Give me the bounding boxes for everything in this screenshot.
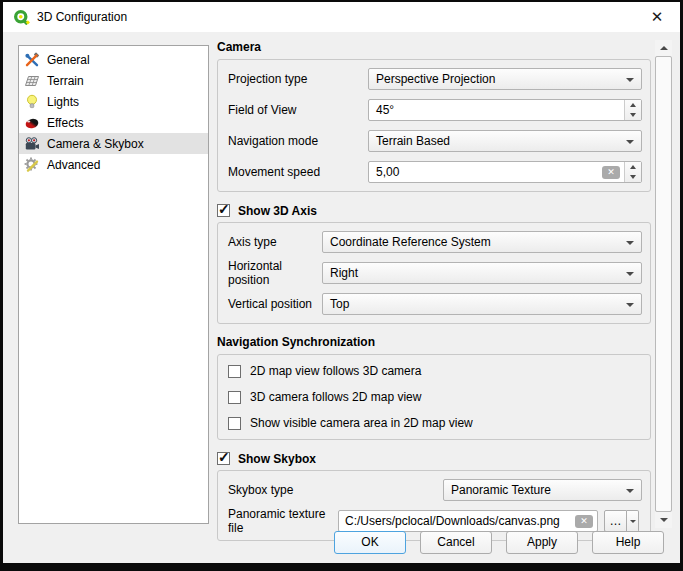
ok-button[interactable]: OK [334,531,406,554]
chevron-down-icon [626,303,634,307]
horizontal-position-label: Horizontal position [228,259,322,287]
vertical-position-label: Vertical position [228,297,322,311]
show-camera-area-checkbox[interactable] [228,417,241,430]
chevron-down-icon [630,520,636,523]
sidebar-item-label: General [47,53,90,67]
sidebar-item-label: Effects [47,116,83,130]
clear-field-icon[interactable] [575,515,593,528]
sidebar-item-general[interactable]: General [19,49,208,70]
axis-type-dropdown[interactable]: Coordinate Reference System [322,231,642,253]
crossed-tools-icon [23,52,41,68]
field-of-view-spinbox[interactable]: 45° [368,99,642,121]
navigation-mode-dropdown[interactable]: Terrain Based [368,130,642,152]
3d-follows-2d-label: 3D camera follows 2D map view [250,390,421,404]
chevron-down-icon [626,241,634,245]
2d-follows-3d-row: 2D map view follows 3D camera [228,363,642,379]
sidebar-item-advanced[interactable]: Advanced [19,154,208,175]
file-browse-control: … [604,510,639,532]
sidebar-item-label: Lights [47,95,79,109]
2d-follows-3d-label: 2D map view follows 3D camera [250,364,421,378]
axis-type-value: Coordinate Reference System [330,235,491,249]
browse-dropdown-button[interactable] [627,510,639,532]
movement-speed-label: Movement speed [228,165,368,179]
scrollbar-thumb[interactable] [655,56,672,512]
spin-down-icon[interactable] [625,110,641,120]
movie-camera-icon [23,136,41,152]
projection-type-label: Projection type [228,72,368,86]
qgis-logo-icon [13,9,30,26]
dialog-button-box: OK Cancel Apply Help [334,531,664,554]
field-of-view-label: Field of View [228,103,368,117]
skybox-type-label: Skybox type [228,483,443,497]
horizontal-position-dropdown[interactable]: Right [322,262,642,284]
close-icon[interactable]: ✕ [644,4,670,30]
apply-button[interactable]: Apply [506,531,578,554]
camera-groupbox: Projection type Perspective Projection F… [217,59,651,192]
field-of-view-value: 45° [369,103,624,117]
scroll-up-icon[interactable] [655,40,672,56]
panoramic-texture-value: C:/Users/pclocal/Downloads/canvas.png [339,514,575,528]
chevron-down-icon [626,140,634,144]
sidebar-item-label: Terrain [47,74,84,88]
show-3d-axis-header: Show 3D Axis [217,203,651,218]
nav-sync-groupbox: 2D map view follows 3D camera 3D camera … [217,354,651,440]
glossy-sphere-icon [23,115,41,131]
axis-type-row: Axis type Coordinate Reference System [228,231,642,253]
show-camera-area-row: Show visible camera area in 2D map view [228,415,642,431]
skybox-type-dropdown[interactable]: Panoramic Texture [443,479,642,501]
spin-buttons[interactable] [624,100,641,120]
spin-up-icon[interactable] [625,162,641,172]
help-button[interactable]: Help [592,531,664,554]
vertical-position-value: Top [330,297,349,311]
camera-section-title: Camera [217,40,651,55]
vertical-position-dropdown[interactable]: Top [322,293,642,315]
browse-button[interactable]: … [604,510,627,532]
sidebar-item-effects[interactable]: Effects [19,112,208,133]
projection-type-value: Perspective Projection [376,72,495,86]
vertical-position-row: Vertical position Top [228,293,642,315]
skybox-type-row: Skybox type Panoramic Texture [228,479,642,501]
settings-category-list: General Terrain Lights [18,45,209,524]
terrain-grid-icon [23,73,41,89]
lightbulb-icon [23,94,41,110]
sidebar-item-terrain[interactable]: Terrain [19,70,208,91]
panoramic-texture-row: Panoramic texture file C:/Users/pclocal/… [228,510,642,532]
spin-down-icon[interactable] [625,172,641,182]
projection-type-dropdown[interactable]: Perspective Projection [368,68,642,90]
show-skybox-label: Show Skybox [238,452,316,466]
scroll-down-icon[interactable] [655,512,672,528]
show-skybox-header: Show Skybox [217,451,651,466]
navigation-mode-value: Terrain Based [376,134,450,148]
vertical-scrollbar[interactable] [655,40,672,528]
sidebar-item-lights[interactable]: Lights [19,91,208,112]
3d-follows-2d-row: 3D camera follows 2D map view [228,389,642,405]
chevron-down-icon [626,272,634,276]
show-camera-area-label: Show visible camera area in 2D map view [250,416,473,430]
sidebar-item-label: Advanced [47,158,100,172]
cancel-button[interactable]: Cancel [420,531,492,554]
sidebar-item-label: Camera & Skybox [47,137,144,151]
3d-follows-2d-checkbox[interactable] [228,391,241,404]
movement-speed-row: Movement speed 5,00 [228,161,642,183]
clear-field-icon[interactable] [602,166,620,179]
movement-speed-value: 5,00 [369,165,602,179]
dialog-body: General Terrain Lights [3,32,680,563]
panoramic-texture-label: Panoramic texture file [228,507,338,535]
spin-up-icon[interactable] [625,100,641,110]
navigation-mode-label: Navigation mode [228,134,368,148]
2d-follows-3d-checkbox[interactable] [228,365,241,378]
show-skybox-checkbox[interactable] [217,452,230,465]
spin-buttons[interactable] [624,162,641,182]
axis-type-label: Axis type [228,235,322,249]
horizontal-position-row: Horizontal position Right [228,262,642,284]
axis-groupbox: Axis type Coordinate Reference System Ho… [217,222,651,324]
show-3d-axis-checkbox[interactable] [217,204,230,217]
sidebar-item-camera-skybox[interactable]: Camera & Skybox [19,133,208,154]
3d-configuration-dialog: 3D Configuration ✕ General [0,0,683,571]
show-3d-axis-label: Show 3D Axis [238,204,317,218]
settings-panel: Camera Projection type Perspective Proje… [217,40,651,541]
movement-speed-spinbox[interactable]: 5,00 [368,161,642,183]
panoramic-texture-input[interactable]: C:/Users/pclocal/Downloads/canvas.png [338,510,598,532]
title-bar: 3D Configuration ✕ [3,2,680,32]
nav-sync-section-title: Navigation Synchronization [217,335,651,350]
